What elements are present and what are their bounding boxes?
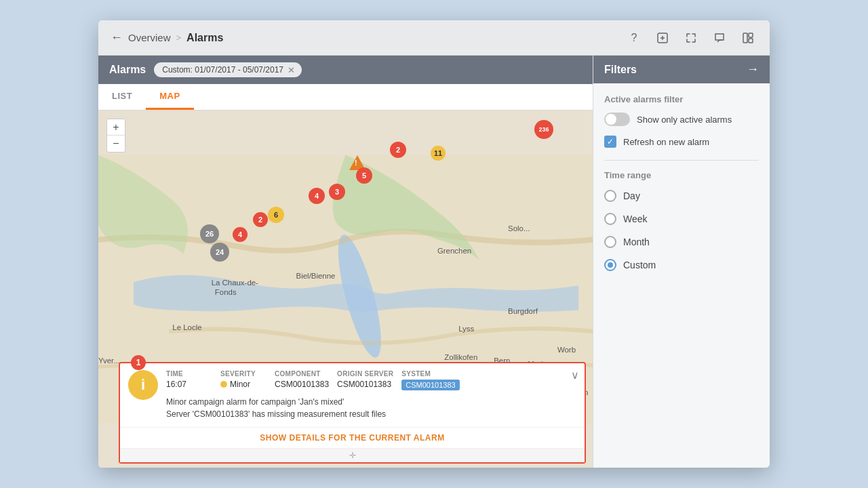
alarm-icon: i: [128, 370, 158, 400]
left-panel: Alarms Custom: 01/07/2017 - 05/07/2017 ✕…: [98, 56, 593, 468]
alarm-columns: TIME 16:07 SEVERITY Minor: [166, 370, 576, 390]
overview-link[interactable]: Overview: [128, 32, 171, 43]
radio-week-label: Week: [623, 214, 648, 224]
svg-text:Biel/Bienne: Biel/Bienne: [296, 272, 336, 280]
alarm-table-row: i TIME 16:07 SEVERITY: [128, 370, 576, 420]
origin-value: CSM00101383: [337, 380, 393, 389]
svg-text:Burgdorf: Burgdorf: [508, 307, 538, 315]
severity-header: SEVERITY: [220, 370, 267, 378]
refresh-label: Refresh on new alarm: [623, 137, 709, 147]
back-button[interactable]: ←: [111, 30, 123, 45]
radio-custom-row: Custom: [604, 259, 759, 271]
component-value: CSM00101383: [275, 380, 329, 389]
marker-4-mid[interactable]: 4: [309, 188, 325, 204]
svg-text:Fonds: Fonds: [215, 288, 237, 296]
marker-2-top[interactable]: 2: [390, 142, 406, 158]
alarms-header: Alarms Custom: 01/07/2017 - 05/07/2017 ✕: [98, 56, 593, 84]
marker-236[interactable]: 236: [534, 120, 553, 139]
breadcrumb-separator: >: [176, 33, 182, 43]
svg-text:Le Locle: Le Locle: [172, 323, 201, 331]
filter-badge-label: Custom: 01/07/2017 - 05/07/2017: [162, 65, 283, 75]
radio-month[interactable]: [604, 236, 616, 248]
svg-text:Solo...: Solo...: [508, 224, 530, 232]
tabs: LIST MAP: [98, 84, 593, 110]
severity-text: Minor: [230, 380, 250, 389]
main-content: Alarms Custom: 01/07/2017 - 05/07/2017 ✕…: [98, 56, 770, 468]
time-range-title: Time range: [604, 170, 759, 180]
titlebar-icons: ?: [625, 28, 757, 47]
radio-month-row: Month: [604, 236, 759, 248]
divider: [604, 160, 759, 161]
time-value: 16:07: [166, 380, 212, 389]
radio-week[interactable]: [604, 213, 616, 225]
login-icon[interactable]: [653, 28, 672, 47]
refresh-checkbox[interactable]: ✓: [604, 136, 616, 148]
component-header: COMPONENT: [275, 370, 329, 378]
right-panel: Filters → Active alarms filter Show only…: [593, 56, 770, 468]
radio-month-label: Month: [623, 237, 650, 247]
alarm-badge-number: 1: [131, 355, 146, 370]
alarm-messages: Minor campaign alarm for campaign 'Jan's…: [166, 396, 576, 420]
svg-text:Lyss: Lyss: [458, 325, 474, 333]
svg-rect-3: [749, 39, 753, 43]
zoom-controls: + −: [106, 119, 125, 152]
filters-arrow-button[interactable]: →: [747, 62, 759, 77]
fullscreen-icon[interactable]: [682, 28, 701, 47]
filters-header: Filters →: [593, 56, 770, 83]
time-header: TIME: [166, 370, 212, 378]
svg-rect-1: [743, 33, 747, 43]
radio-day-label: Day: [623, 190, 640, 201]
marker-5[interactable]: 5: [356, 167, 372, 184]
show-only-active-toggle[interactable]: [604, 113, 630, 126]
alarm-col-component: COMPONENT CSM00101383: [275, 370, 337, 390]
tab-map[interactable]: MAP: [146, 84, 193, 110]
show-only-active-row: Show only active alarms: [604, 113, 759, 126]
toggle-knob: [606, 114, 616, 125]
marker-4-low[interactable]: 4: [233, 227, 248, 242]
alarm-collapse-button[interactable]: ∨: [571, 369, 579, 382]
radio-week-row: Week: [604, 213, 759, 225]
marker-24[interactable]: 24: [210, 243, 229, 262]
svg-text:Worb: Worb: [557, 346, 576, 354]
show-details-link[interactable]: SHOW DETAILS FOR THE CURRENT ALARM: [120, 427, 585, 448]
date-filter-badge[interactable]: Custom: 01/07/2017 - 05/07/2017 ✕: [154, 62, 302, 77]
alarm-panel: 1 ∨ i TIME 16:07: [119, 362, 586, 464]
close-filter-icon[interactable]: ✕: [288, 66, 295, 75]
marker-2-mid[interactable]: 2: [253, 212, 268, 227]
marker-26[interactable]: 26: [200, 224, 219, 243]
zoom-in-button[interactable]: +: [107, 119, 125, 136]
marker-3[interactable]: 3: [329, 184, 345, 200]
marker-6[interactable]: 6: [268, 207, 284, 223]
active-alarms-section-title: Active alarms filter: [604, 94, 759, 104]
svg-text:La Chaux-de-: La Chaux-de-: [212, 279, 258, 287]
zoom-out-button[interactable]: −: [107, 136, 125, 152]
severity-dot-icon: [220, 381, 227, 388]
svg-text:Grenchen: Grenchen: [437, 247, 471, 255]
show-only-active-label: Show only active alarms: [637, 115, 732, 125]
svg-text:Yver...: Yver...: [98, 357, 120, 365]
layout-icon[interactable]: [738, 28, 757, 47]
alarm-panel-inner: 1 ∨ i TIME 16:07: [120, 363, 585, 427]
radio-day[interactable]: [604, 190, 616, 202]
chat-icon[interactable]: [710, 28, 729, 47]
breadcrumb: ← Overview > Alarms: [111, 30, 223, 45]
severity-value: Minor: [220, 380, 267, 389]
alarm-col-time: TIME 16:07: [166, 370, 220, 390]
origin-header: ORIGIN SERVER: [337, 370, 393, 378]
alarms-title: Alarms: [109, 64, 146, 76]
alarm-col-system: SYSTEM CSM00101383: [401, 370, 467, 390]
alarm-details: TIME 16:07 SEVERITY Minor: [166, 370, 576, 420]
drag-handle[interactable]: ✛: [120, 448, 585, 462]
radio-day-row: Day: [604, 190, 759, 202]
radio-custom[interactable]: [604, 259, 616, 271]
checkmark-icon: ✓: [607, 137, 614, 146]
main-window: ← Overview > Alarms ?: [98, 20, 770, 468]
current-page-label: Alarms: [186, 32, 223, 44]
svg-rect-2: [749, 33, 753, 37]
tab-list[interactable]: LIST: [98, 84, 146, 110]
svg-text:Zollikofen: Zollikofen: [444, 353, 477, 361]
map-area: Grenchen Solo... Biel/Bienne Lyss Burgdo…: [98, 110, 593, 468]
help-icon[interactable]: ?: [625, 28, 644, 47]
alarm-col-origin: ORIGIN SERVER CSM00101383: [337, 370, 401, 390]
marker-11[interactable]: 11: [431, 146, 446, 161]
